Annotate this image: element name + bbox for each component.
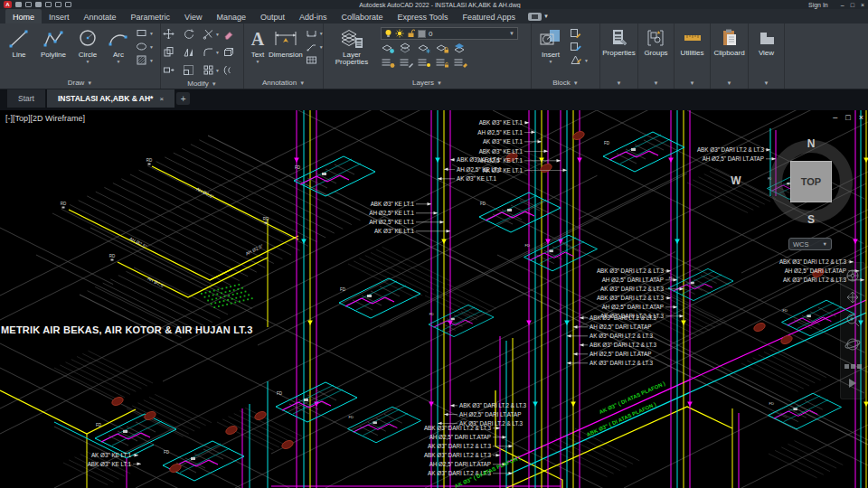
plant-symbol xyxy=(247,298,249,300)
layer-unlock-tool-icon[interactable] xyxy=(435,56,449,69)
viewcube-west[interactable]: W xyxy=(731,174,741,187)
block-attributes-button[interactable]: ▼ xyxy=(570,54,589,66)
make-current-layer-icon[interactable] xyxy=(381,56,395,69)
panel-label-draw[interactable]: Draw ▼ xyxy=(0,77,160,89)
tab-manage[interactable]: Manage xyxy=(209,9,253,23)
view-panel-button[interactable]: View xyxy=(756,25,778,77)
explode-tool-button[interactable] xyxy=(222,43,241,61)
tab-collaborate[interactable]: Collaborate xyxy=(335,9,391,23)
leader-arrow xyxy=(496,427,501,429)
ribbon-options-button[interactable]: ▼ xyxy=(528,9,549,23)
save-icon[interactable] xyxy=(35,2,42,7)
rotate-tool-button[interactable] xyxy=(183,25,202,42)
tab-home[interactable]: Home xyxy=(5,9,42,23)
scale-tool-button[interactable] xyxy=(183,61,202,79)
panel-label-block[interactable]: Block ▼ xyxy=(532,77,599,89)
drawing-canvas[interactable]: FDFDFDFDFDFDFDFDFDFDFDFDFDFDABK Ø3" KE L… xyxy=(0,110,868,488)
dimension-tool-button[interactable]: Dimension xyxy=(269,25,303,77)
viewport-controls[interactable]: [-][Top][2D Wireframe] xyxy=(5,114,85,123)
multileader-button[interactable]: ▼ xyxy=(306,41,324,52)
new-file-icon[interactable] xyxy=(15,2,22,7)
line-tool-button[interactable]: Line xyxy=(3,25,35,77)
layer-select-dropdown[interactable]: 0 ▼ xyxy=(381,27,518,40)
panel-label-modify[interactable]: Modify ▼ xyxy=(161,79,243,89)
tab-featured-apps[interactable]: Featured Apps xyxy=(455,9,523,23)
table-button[interactable] xyxy=(306,54,324,66)
panel-expand-properties[interactable]: ▼ xyxy=(600,77,637,89)
panel-expand-clipboard[interactable]: ▼ xyxy=(711,77,748,89)
new-drawing-button[interactable]: + xyxy=(176,92,190,105)
copy-tool-button[interactable] xyxy=(163,43,182,61)
navigation-bar[interactable] xyxy=(840,262,865,399)
layer-properties-button[interactable]: Layer Properties xyxy=(326,25,377,77)
layer-match-icon[interactable] xyxy=(453,42,467,54)
polyline-tool-button[interactable]: Polyline xyxy=(35,25,71,77)
leader-arrow xyxy=(573,352,578,355)
panel-expand-groups[interactable]: ▼ xyxy=(638,77,674,89)
layer-unisolate-icon[interactable] xyxy=(399,42,413,54)
viewcube-top-face[interactable]: TOP xyxy=(790,161,832,202)
print-icon[interactable] xyxy=(45,2,52,7)
tab-annotate[interactable]: Annotate xyxy=(77,9,124,23)
insert-block-button[interactable]: Insert ▼ xyxy=(534,25,567,77)
clipboard-panel-button[interactable]: Clipboard xyxy=(713,25,744,77)
edit-block-button[interactable] xyxy=(570,41,589,52)
array-tool-button[interactable]: ▼ xyxy=(203,61,222,79)
viewcube-north[interactable]: N xyxy=(768,137,854,150)
viewcube[interactable]: N S W E TOP xyxy=(768,138,854,225)
tab-current-drawing[interactable]: INSTALASI AK,ABK & AH* × xyxy=(47,89,175,108)
tab-view[interactable]: View xyxy=(177,9,209,23)
move-tool-button[interactable] xyxy=(163,25,182,42)
mirror-tool-button[interactable] xyxy=(183,43,202,61)
properties-panel-button[interactable]: Properties xyxy=(602,25,635,77)
tab-start[interactable]: Start xyxy=(7,89,45,108)
tab-insert[interactable]: Insert xyxy=(42,9,77,23)
hatch-tool-button[interactable]: ▼ xyxy=(136,54,154,66)
app-restore-button[interactable]: □ xyxy=(851,2,854,8)
sign-in-button[interactable]: Sign In xyxy=(808,2,828,8)
create-block-button[interactable] xyxy=(570,27,589,39)
match-layer-icon[interactable] xyxy=(399,56,413,69)
rectangle-tool-button[interactable]: ▼ xyxy=(136,27,154,39)
layer-isolate-icon[interactable] xyxy=(381,42,395,54)
close-drawing-icon[interactable]: × xyxy=(859,113,863,122)
offset-tool-button[interactable] xyxy=(222,61,241,79)
erase-tool-button[interactable] xyxy=(222,25,241,42)
tab-express-tools[interactable]: Express Tools xyxy=(391,9,456,23)
undo-icon[interactable] xyxy=(55,2,61,7)
stretch-tool-button[interactable] xyxy=(163,61,182,79)
viewcube-south[interactable]: S xyxy=(768,213,854,226)
layer-lock-icon[interactable] xyxy=(435,42,449,54)
room-grid-line xyxy=(555,438,620,471)
app-minimize-button[interactable]: – xyxy=(841,2,844,8)
arc-tool-button[interactable]: Arc ▼ xyxy=(104,25,133,77)
layer-freeze-icon[interactable] xyxy=(417,42,431,54)
panel-expand-utilities[interactable]: ▼ xyxy=(675,77,710,89)
fillet-tool-button[interactable]: ▼ xyxy=(203,43,222,61)
linear-dimension-button[interactable]: ▼ xyxy=(306,27,324,39)
trim-tool-button[interactable]: ▼ xyxy=(203,25,222,42)
panel-expand-view[interactable]: ▼ xyxy=(749,77,784,89)
open-icon[interactable] xyxy=(25,2,32,7)
previous-layer-icon[interactable] xyxy=(417,56,431,69)
restore-drawing-icon[interactable]: □ xyxy=(845,113,850,122)
utilities-panel-button[interactable]: Utilities xyxy=(681,25,704,77)
ellipse-tool-button[interactable]: ▼ xyxy=(136,41,154,52)
tab-addins[interactable]: Add-ins xyxy=(292,9,335,23)
autocad-logo-icon[interactable]: A xyxy=(4,1,12,8)
minimize-drawing-icon[interactable]: – xyxy=(833,113,837,122)
chevron-down-icon: ▼ xyxy=(215,32,220,37)
tab-output[interactable]: Output xyxy=(253,9,292,23)
app-close-button[interactable]: × xyxy=(861,2,864,8)
layer-walk-icon[interactable] xyxy=(453,56,467,69)
close-tab-icon[interactable]: × xyxy=(159,95,164,103)
circle-tool-button[interactable]: Circle ▼ xyxy=(71,25,104,77)
panel-label-annotation[interactable]: Annotation ▼ xyxy=(244,77,323,89)
tab-parametric[interactable]: Parametric xyxy=(124,9,178,23)
panel-label-layers[interactable]: Layers ▼ xyxy=(324,77,531,89)
text-tool-button[interactable]: A Text ▼ xyxy=(247,25,269,77)
wcs-selector[interactable]: WCS ▼ xyxy=(788,238,832,250)
redo-icon[interactable] xyxy=(65,2,71,7)
groups-panel-button[interactable]: Groups xyxy=(644,25,667,77)
pipe-route-label: ABK Ø3" ( DI ATAS PLAFON ) xyxy=(586,401,657,437)
